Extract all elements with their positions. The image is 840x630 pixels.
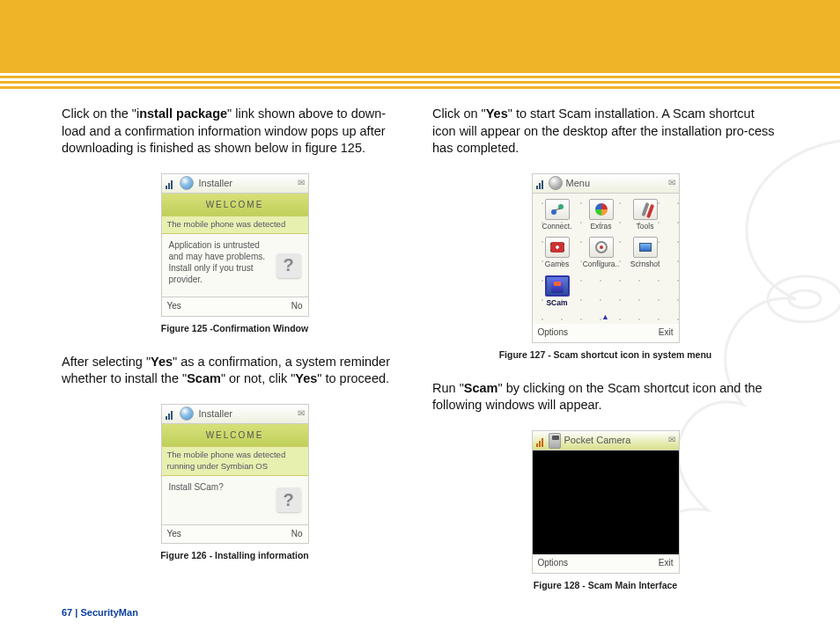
svg-rect-2: [166, 186, 167, 189]
envelope-icon: ✉: [298, 407, 305, 420]
svg-point-14: [600, 245, 603, 249]
right-para-2: Run "Scam" by clicking on the Scam short…: [432, 380, 778, 414]
figure-125-caption: Figure 125 -Confirmation Window: [62, 322, 408, 334]
softkey-bar: Options Exit: [533, 324, 679, 342]
label: Tools: [637, 222, 654, 231]
left-para-1: Click on the "install package" link show…: [62, 106, 408, 158]
svg-rect-3: [168, 183, 170, 189]
signal-icon: [166, 177, 174, 189]
menu-item-scrnshot[interactable]: Scrnshot: [626, 237, 665, 269]
softkey-options[interactable]: Options: [538, 557, 568, 569]
footer-brand: SecurityMan: [80, 607, 137, 618]
bold-scam: Scam: [464, 381, 498, 395]
bold-scam: Scam: [187, 371, 221, 385]
menu-item-connect[interactable]: Connect.: [538, 199, 577, 231]
bold-yes: Yes: [486, 106, 508, 121]
phone-pocket-camera: Pocket Camera ✉ Options Exit: [532, 430, 680, 574]
signal-icon: [536, 435, 545, 447]
svg-point-1: [789, 290, 821, 308]
phone-titlebar: Menu ✉: [533, 174, 679, 194]
svg-point-0: [768, 276, 840, 322]
menu-icon: [549, 176, 563, 190]
phone-title: Pocket Camera: [564, 434, 631, 447]
menu-item-configura[interactable]: Configura..: [582, 237, 621, 269]
header-stripes: [0, 70, 840, 89]
menu-item-tools[interactable]: Tools: [626, 199, 665, 231]
figure-127: Menu ✉ Connect. Extras Tools Games Confi…: [432, 173, 778, 361]
signal-icon: [536, 177, 545, 189]
softkey-yes[interactable]: Yes: [167, 528, 181, 540]
page-number: 67: [62, 607, 72, 618]
figure-125: Installer ✉ WELCOME The mobile phone was…: [62, 173, 408, 334]
menu-item-scam[interactable]: SCam: [538, 275, 577, 308]
svg-rect-17: [542, 438, 543, 447]
label: Connect.: [542, 222, 571, 231]
label: Configura..: [583, 260, 620, 269]
text: " to proceed.: [317, 371, 389, 385]
dialog-message: Install SCam?: [169, 481, 266, 493]
content-columns: Click on the "install package" link show…: [62, 106, 778, 595]
phone-title: Installer: [199, 177, 305, 190]
softkey-exit[interactable]: Exit: [659, 557, 674, 569]
text: Click on the "i: [62, 106, 139, 121]
figure-126: Installer ✉ WELCOME The mobile phone was…: [62, 404, 408, 562]
welcome-banner: WELCOME: [162, 194, 308, 217]
question-icon: ?: [276, 487, 301, 512]
softkey-bar: Yes No: [162, 297, 308, 316]
figure-128-caption: Figure 128 - Scam Main Interface: [432, 579, 778, 591]
scroll-up-icon[interactable]: ▲: [538, 311, 674, 322]
signal-icon: [166, 407, 174, 420]
phone-installer-confirmation: Installer ✉ WELCOME The mobile phone was…: [161, 173, 309, 317]
softkey-exit[interactable]: Exit: [659, 326, 674, 339]
bold-yes-2: Yes: [295, 371, 317, 385]
label: SCam: [546, 298, 567, 308]
phone-titlebar: Pocket Camera ✉: [533, 431, 679, 451]
softkey-no[interactable]: No: [291, 528, 303, 540]
svg-rect-5: [166, 416, 167, 420]
subtext: The mobile phone was detected running un…: [162, 447, 308, 476]
right-column: Click on "Yes" to start Scam installatio…: [432, 106, 778, 595]
svg-rect-16: [539, 441, 541, 447]
welcome-banner: WELCOME: [162, 424, 308, 448]
svg-rect-4: [171, 180, 173, 189]
svg-rect-7: [171, 411, 173, 420]
camera-icon: [549, 433, 561, 449]
envelope-icon: ✉: [668, 434, 675, 446]
figure-128: Pocket Camera ✉ Options Exit Figure 128 …: [432, 430, 778, 591]
right-para-1: Click on "Yes" to start Scam installatio…: [432, 106, 778, 158]
question-icon: ?: [276, 253, 301, 278]
svg-rect-15: [536, 443, 538, 447]
globe-icon: [180, 407, 194, 421]
envelope-icon: ✉: [298, 177, 305, 189]
subtext: The mobile phone was detected: [162, 216, 308, 234]
label: Scrnshot: [630, 260, 660, 269]
menu-item-games[interactable]: Games: [538, 237, 577, 269]
bold-install-package: nstall package: [139, 106, 227, 121]
softkey-bar: Options Exit: [533, 554, 679, 573]
envelope-icon: ✉: [668, 177, 675, 189]
dialog-body: Application is untrusted and may have pr…: [162, 234, 308, 297]
softkey-yes[interactable]: Yes: [167, 300, 181, 312]
text: Run ": [432, 381, 464, 395]
text: After selecting ": [62, 355, 151, 369]
figure-126-caption: Figure 126 - Installing information: [62, 549, 408, 561]
label: Games: [545, 260, 569, 269]
menu-item-extras[interactable]: Extras: [582, 199, 621, 231]
phone-title: Menu: [566, 177, 591, 190]
softkey-no[interactable]: No: [291, 300, 303, 312]
figure-127-caption: Figure 127 - Scam shortcut icon in syste…: [432, 348, 778, 361]
svg-rect-8: [536, 186, 538, 189]
text: " or not, clik ": [221, 371, 295, 385]
left-para-2: After selecting "Yes" as a confirmation,…: [62, 354, 408, 388]
phone-titlebar: Installer ✉: [162, 405, 308, 424]
bold-yes: Yes: [151, 355, 173, 369]
header-band: [0, 0, 840, 70]
camera-title-group: Pocket Camera: [549, 433, 631, 449]
text: Click on ": [432, 106, 486, 121]
svg-rect-6: [168, 414, 170, 420]
softkey-options[interactable]: Options: [538, 326, 568, 339]
svg-rect-10: [542, 180, 543, 189]
softkey-bar: Yes No: [162, 525, 308, 544]
phone-titlebar: Installer ✉: [162, 174, 308, 194]
document-page: Click on the "install package" link show…: [0, 0, 840, 630]
